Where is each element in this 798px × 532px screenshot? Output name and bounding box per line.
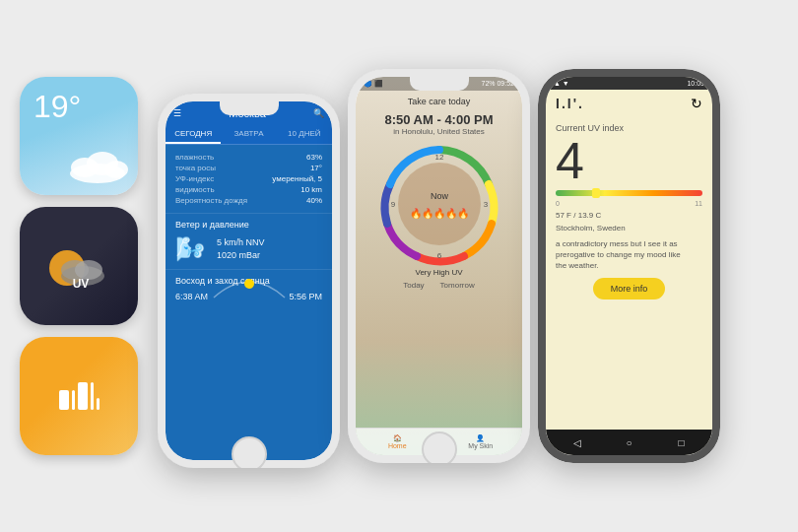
humidity-label: влажность bbox=[175, 153, 214, 162]
uv-quote-text: a contradictory mess but I see it as pre… bbox=[556, 238, 702, 272]
uv-scale-labels: 0 11 bbox=[556, 200, 702, 207]
app-icons-column: 19° UV bbox=[20, 77, 138, 455]
uv-circle-container: 12 3 6 9 Now 🔥🔥🔥🔥🔥 bbox=[356, 140, 522, 268]
sun-arc-icon bbox=[210, 262, 289, 301]
uv-icon-graphic: UV bbox=[39, 227, 118, 305]
uv-day-tabs: Today Tomorrow bbox=[356, 277, 522, 294]
wind-values: 5 km/h NNV 1020 mBar bbox=[217, 236, 265, 261]
wind-turbine-icon: 🌬️ bbox=[175, 235, 205, 263]
svg-text:9: 9 bbox=[390, 200, 395, 209]
uv-circle-screen: 🔵 ⬛ 72% 09:52 Take care today 8:50 AM - … bbox=[356, 77, 522, 455]
rain-row: Вероятность дождя 40% bbox=[175, 196, 322, 205]
sunrise-time: 6:38 AM bbox=[175, 292, 208, 301]
uv-location: in Honolulu, United States bbox=[356, 127, 522, 136]
phone-1-home-button[interactable] bbox=[232, 436, 267, 468]
android-nav-bar: ◁ ○ □ bbox=[546, 430, 712, 455]
dew-label: точка росы bbox=[175, 164, 216, 172]
svg-point-11 bbox=[398, 163, 481, 245]
uv-high-label: Very High UV bbox=[356, 268, 522, 277]
weather-info-section: влажность 63% точка росы 17° УФ-индекс у… bbox=[166, 145, 332, 214]
scene: 19° UV bbox=[0, 0, 798, 532]
status-battery: 72% 09:52 bbox=[482, 80, 514, 88]
weather-temp: 19° bbox=[33, 91, 81, 122]
uv-index-content: Current UV index 4 0 11 57 F / 13.9 C St… bbox=[546, 117, 712, 309]
phone-3-screen: ▲ ▼ 10:09 I.I'. ↻ Current UV index 4 bbox=[546, 77, 712, 455]
meter-app-icon[interactable] bbox=[20, 337, 138, 455]
tab-10days[interactable]: 10 ДНЕЙ bbox=[277, 125, 332, 144]
signal-icon: ▲ ▼ bbox=[554, 80, 569, 87]
uv-index-screen: ▲ ▼ 10:09 I.I'. ↻ Current UV index 4 bbox=[546, 77, 712, 455]
visibility-value: 10 km bbox=[300, 185, 322, 194]
phone-2-screen: 🔵 ⬛ 72% 09:52 Take care today 8:50 AM - … bbox=[356, 77, 522, 455]
humidity-value: 63% bbox=[306, 153, 322, 162]
tab-tomorrow[interactable]: ЗАВТРА bbox=[221, 125, 276, 144]
svg-text:12: 12 bbox=[434, 153, 443, 162]
android-status-bar: ▲ ▼ 10:09 bbox=[546, 77, 712, 90]
uv-app-icon[interactable]: UV bbox=[20, 207, 138, 325]
svg-text:6: 6 bbox=[436, 251, 441, 260]
dew-value: 17° bbox=[310, 164, 322, 172]
menu-icon[interactable]: ☰ bbox=[173, 108, 181, 118]
dew-row: точка росы 17° bbox=[175, 164, 322, 172]
svg-text:Now: Now bbox=[430, 191, 448, 201]
weather-screen: ☰ Москва 🔍 СЕГОДНЯ ЗАВТРА 10 ДНЕЙ влажно… bbox=[166, 101, 332, 460]
svg-text:UV: UV bbox=[73, 277, 90, 291]
uv-number: 4 bbox=[556, 135, 702, 186]
app-logo: I.I'. bbox=[556, 96, 584, 111]
search-icon[interactable]: 🔍 bbox=[313, 108, 324, 118]
uv-row: УФ-индекс умеренный, 5 bbox=[175, 174, 322, 183]
uv-value: умеренный, 5 bbox=[272, 174, 322, 183]
refresh-icon[interactable]: ↻ bbox=[691, 96, 702, 111]
uv-bar-indicator bbox=[592, 188, 600, 198]
rain-label: Вероятность дождя bbox=[175, 196, 247, 205]
recents-button[interactable]: □ bbox=[674, 434, 690, 450]
wind-content: 🌬️ 5 km/h NNV 1020 mBar bbox=[175, 235, 322, 263]
cloud-icon bbox=[63, 142, 132, 185]
svg-text:3: 3 bbox=[483, 200, 488, 209]
scale-max: 11 bbox=[695, 200, 702, 207]
tab-today[interactable]: СЕГОДНЯ bbox=[166, 125, 221, 144]
phone-2-notch bbox=[410, 77, 469, 91]
phone-1: ☰ Москва 🔍 СЕГОДНЯ ЗАВТРА 10 ДНЕЙ влажно… bbox=[158, 94, 340, 468]
visibility-row: видимость 10 km bbox=[175, 185, 322, 194]
phone-3: ▲ ▼ 10:09 I.I'. ↻ Current UV index 4 bbox=[538, 69, 720, 463]
uv-label: УФ-индекс bbox=[175, 174, 214, 183]
back-button[interactable]: ◁ bbox=[569, 434, 585, 450]
status-time: 10:09 bbox=[687, 80, 704, 87]
scale-min: 0 bbox=[556, 200, 560, 207]
sunset-time: 5:56 PM bbox=[289, 292, 322, 301]
tab-today[interactable]: Today bbox=[403, 281, 424, 290]
sunrise-section: Восход и заход солнца 6:38 AM 5:56 PM bbox=[166, 270, 332, 307]
uv-care-header: Take care today bbox=[356, 91, 522, 112]
meter-bars bbox=[59, 382, 100, 410]
wind-title: Ветер и давление bbox=[175, 220, 322, 230]
svg-point-3 bbox=[104, 161, 128, 178]
weather-app-icon[interactable]: 19° bbox=[20, 77, 138, 195]
status-icons: 🔵 ⬛ bbox=[364, 80, 383, 88]
uv-scale-bar bbox=[556, 190, 702, 196]
visibility-label: видимость bbox=[175, 185, 215, 194]
humidity-row: влажность 63% bbox=[175, 153, 322, 162]
phone-2-home-button[interactable] bbox=[422, 432, 457, 463]
more-info-button[interactable]: More info bbox=[593, 278, 666, 299]
phone-1-notch bbox=[220, 101, 279, 115]
wind-pressure: 1020 mBar bbox=[217, 249, 265, 262]
home-button[interactable]: ○ bbox=[622, 434, 637, 450]
phone-2: 🔵 ⬛ 72% 09:52 Take care today 8:50 AM - … bbox=[348, 69, 530, 463]
tab-tomorrow[interactable]: Tomorrow bbox=[440, 281, 475, 290]
wind-speed: 5 km/h NNV bbox=[217, 236, 265, 249]
uv-time-range: 8:50 AM - 4:00 PM bbox=[356, 112, 522, 127]
svg-text:🔥🔥🔥🔥🔥: 🔥🔥🔥🔥🔥 bbox=[410, 207, 470, 220]
sunrise-content: 6:38 AM 5:56 PM bbox=[175, 292, 322, 301]
weather-tabs: СЕГОДНЯ ЗАВТРА 10 ДНЕЙ bbox=[166, 125, 332, 145]
rain-value: 40% bbox=[306, 196, 322, 205]
app-header: I.I'. ↻ bbox=[546, 90, 712, 117]
svg-point-9 bbox=[244, 279, 254, 289]
location: Stockholm, Sweden bbox=[556, 224, 702, 233]
temperature: 57 F / 13.9 C bbox=[556, 211, 702, 220]
phone-1-screen: ☰ Москва 🔍 СЕГОДНЯ ЗАВТРА 10 ДНЕЙ влажно… bbox=[166, 101, 332, 460]
uv-radial-chart: 12 3 6 9 Now 🔥🔥🔥🔥🔥 bbox=[375, 140, 503, 268]
phones-container: ☰ Москва 🔍 СЕГОДНЯ ЗАВТРА 10 ДНЕЙ влажно… bbox=[158, 64, 778, 468]
